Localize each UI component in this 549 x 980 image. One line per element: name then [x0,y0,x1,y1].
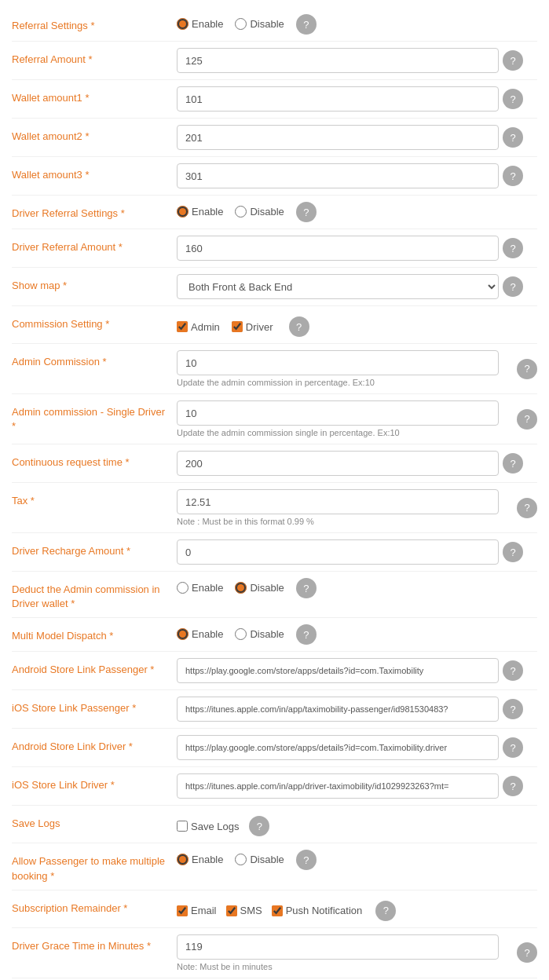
wallet-amount1-input[interactable] [177,86,499,112]
ios-store-driver-help-btn[interactable]: ? [503,776,523,796]
driver-grace-time-control: Note: Must be in minutes ? [177,934,537,971]
allow-multiple-enable-radio[interactable] [177,854,188,865]
admin-commission-checkbox[interactable] [177,321,188,332]
wallet-amount1-control: ? [177,86,537,112]
admin-commission-single-input[interactable] [177,400,499,426]
continuous-request-time-input[interactable] [177,451,499,476]
deduct-enable-radio[interactable] [177,582,188,594]
referral-settings-help-btn[interactable]: ? [296,14,317,35]
multi-model-enable-label: Enable [192,628,223,640]
driver-ref-enable-option[interactable]: Enable [177,206,223,218]
deduct-enable-option[interactable]: Enable [177,582,223,594]
multi-model-radio-group: Enable Disable [177,624,284,640]
driver-referral-settings-help-btn[interactable]: ? [296,202,317,222]
driver-recharge-amount-row: Driver Recharge Amount * ? [12,533,537,572]
multi-model-enable-option[interactable]: Enable [177,628,223,640]
show-map-control: Both Front & Back End Front End Back End… [177,274,537,299]
driver-grace-time-input[interactable] [177,934,499,960]
wallet-amount3-help-btn[interactable]: ? [503,166,523,186]
deduct-disable-radio[interactable] [235,582,247,594]
wallet-amount2-help-btn[interactable]: ? [503,127,523,148]
continuous-request-time-help-btn[interactable]: ? [503,453,523,474]
wallet-amount2-row: Wallet amount2 * ? [12,119,537,157]
driver-referral-amount-row: Driver Referral Amount * ? [12,229,537,268]
android-store-driver-help-btn[interactable]: ? [503,737,523,758]
save-logs-checkbox-item[interactable]: Save Logs [177,821,239,832]
admin-commission-help-btn[interactable]: ? [517,359,537,379]
deduct-disable-option[interactable]: Disable [235,582,284,594]
referral-settings-radio-group: Enable Disable [177,14,284,30]
driver-ref-disable-radio[interactable] [235,206,247,218]
ios-store-passenger-help-btn[interactable]: ? [503,699,523,719]
allow-multiple-disable-radio[interactable] [235,854,247,865]
admin-commission-single-row: Admin commission - Single Driver * Updat… [12,394,537,444]
allow-multiple-disable-label: Disable [250,854,284,865]
allow-multiple-booking-row: Allow Passenger to make multiple booking… [12,843,537,890]
deduct-admin-commission-row: Deduct the Admin commission in Driver wa… [12,572,537,618]
save-logs-checkbox[interactable] [177,821,188,832]
multi-model-dispatch-control: Enable Disable ? [177,624,537,645]
subscription-email-item[interactable]: Email [177,905,217,916]
driver-grace-time-help-btn[interactable]: ? [517,942,537,963]
android-store-driver-label: Android Store Link Driver * [12,735,177,754]
referral-disable-option[interactable]: Disable [235,18,284,30]
admin-commission-check-item[interactable]: Admin [177,321,220,333]
referral-enable-option[interactable]: Enable [177,18,223,30]
tax-help-btn[interactable]: ? [517,498,537,518]
driver-recharge-amount-control: ? [177,539,537,565]
ios-store-driver-label: iOS Store Link Driver * [12,773,177,792]
referral-amount-input[interactable] [177,48,499,73]
android-store-passenger-help-btn[interactable]: ? [503,660,523,681]
android-store-passenger-input[interactable] [177,658,499,683]
multi-model-dispatch-help-btn[interactable]: ? [296,624,317,645]
ios-store-driver-input[interactable] [177,773,499,799]
allow-multiple-booking-control: Enable Disable ? [177,850,537,870]
deduct-admin-commission-help-btn[interactable]: ? [296,578,317,598]
referral-amount-help-btn[interactable]: ? [503,50,523,71]
subscription-remainder-row: Subscription Remainder * Email SMS Push … [12,890,537,928]
subscription-push-item[interactable]: Push Notification [272,905,363,916]
subscription-remainder-help-btn[interactable]: ? [375,901,396,921]
referral-enable-label: Enable [192,18,223,30]
wallet-amount2-input[interactable] [177,125,499,150]
tax-input[interactable] [177,489,499,514]
referral-disable-radio[interactable] [235,18,247,30]
driver-commission-check-item[interactable]: Driver [232,321,273,333]
deduct-admin-commission-label: Deduct the Admin commission in Driver wa… [12,578,177,611]
deduct-enable-label: Enable [192,582,223,594]
tax-control: Note : Must be in this format 0.99 % ? [177,489,537,526]
tax-row: Tax * Note : Must be in this format 0.99… [12,483,537,533]
subscription-sms-label: SMS [240,905,262,916]
android-store-passenger-row: Android Store Link Passenger * ? [12,652,537,690]
admin-commission-single-help-btn[interactable]: ? [517,409,537,430]
admin-commission-input[interactable] [177,350,499,375]
commission-setting-help-btn[interactable]: ? [289,316,309,337]
driver-recharge-amount-help-btn[interactable]: ? [503,542,523,562]
subscription-push-checkbox[interactable] [272,905,283,916]
wallet-amount3-input[interactable] [177,163,499,188]
referral-enable-radio[interactable] [177,18,188,30]
driver-referral-amount-help-btn[interactable]: ? [503,238,523,258]
subscription-email-label: Email [191,905,217,916]
wallet-amount1-help-btn[interactable]: ? [503,89,523,109]
allow-multiple-enable-option[interactable]: Enable [177,854,223,865]
subscription-sms-item[interactable]: SMS [226,905,262,916]
allow-multiple-booking-help-btn[interactable]: ? [296,850,317,870]
ios-store-passenger-input[interactable] [177,697,499,722]
show-map-help-btn[interactable]: ? [503,276,523,297]
subscription-email-checkbox[interactable] [177,905,188,916]
multi-model-enable-radio[interactable] [177,628,188,640]
driver-referral-amount-input[interactable] [177,236,499,261]
save-logs-help-btn[interactable]: ? [249,816,269,836]
driver-recharge-amount-input[interactable] [177,539,499,565]
driver-ref-disable-option[interactable]: Disable [235,206,284,218]
multi-model-disable-radio[interactable] [235,628,247,640]
allow-multiple-disable-option[interactable]: Disable [235,854,284,865]
show-map-select[interactable]: Both Front & Back End Front End Back End [177,274,499,299]
referral-amount-label: Referral Amount * [12,48,177,67]
android-store-driver-input[interactable] [177,735,499,760]
driver-commission-checkbox[interactable] [232,321,243,332]
subscription-sms-checkbox[interactable] [226,905,237,916]
driver-ref-enable-radio[interactable] [177,206,188,218]
multi-model-disable-option[interactable]: Disable [235,628,284,640]
